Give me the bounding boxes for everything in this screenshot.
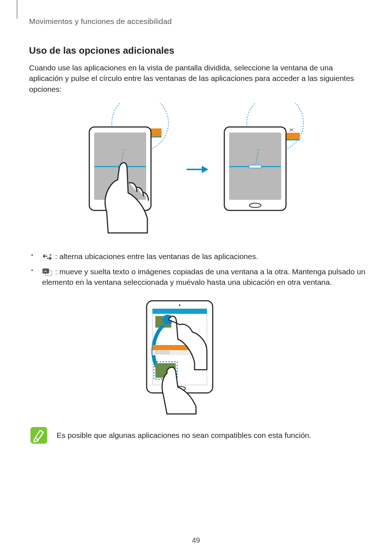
svg-rect-35	[155, 351, 159, 354]
page-number: 49	[0, 535, 392, 545]
svg-marker-10	[202, 166, 208, 173]
svg-rect-29	[152, 309, 207, 314]
svg-point-27	[179, 304, 180, 306]
swap-icon	[42, 253, 52, 261]
svg-marker-23	[49, 254, 51, 255]
manual-page: Movimientos y funciones de accesibilidad…	[0, 0, 392, 458]
figure-split-options	[29, 103, 366, 236]
tablet-options-bar-illustration	[218, 103, 312, 236]
breadcrumb: Movimientos y funciones de accesibilidad	[29, 16, 366, 26]
tablet-touch-handle-illustration	[83, 103, 177, 236]
list-item: : alterna ubicaciones entre las ventanas…	[39, 249, 366, 264]
svg-rect-37	[166, 351, 169, 354]
note-box: Es posible que algunas aplicaciones no s…	[29, 427, 366, 444]
figure-drag-drop	[29, 299, 366, 415]
drag-drop-icon	[42, 268, 52, 276]
svg-rect-41	[30, 427, 47, 444]
section-intro: Cuando use las aplicaciones en la vista …	[29, 62, 366, 94]
options-list: : alterna ubicaciones entre las ventanas…	[29, 249, 366, 290]
svg-rect-21	[249, 165, 261, 168]
note-text: Es posible que algunas aplicaciones no s…	[57, 427, 311, 440]
arrow-right-icon	[186, 164, 209, 175]
list-item: : mueve y suelta texto o imágenes copiad…	[39, 264, 366, 290]
svg-rect-36	[160, 351, 164, 354]
list-item-text: : mueve y suelta texto o imágenes copiad…	[42, 267, 365, 286]
note-icon	[30, 427, 47, 444]
list-item-text: : alterna ubicaciones entre las ventanas…	[53, 252, 258, 260]
section-title: Uso de las opciones adicionales	[29, 44, 366, 57]
